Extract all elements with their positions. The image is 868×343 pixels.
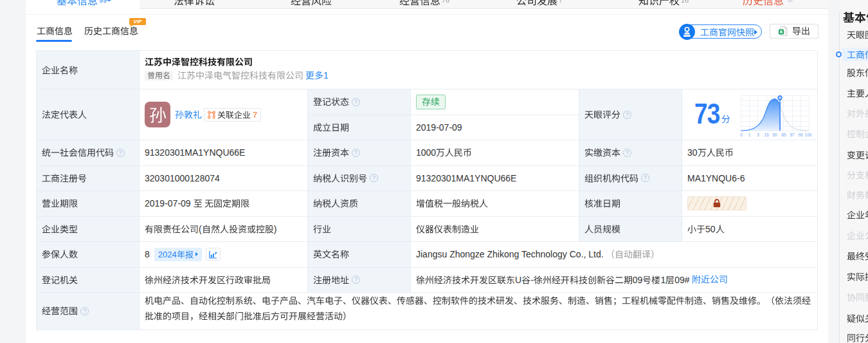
svg-text:50: 50	[772, 133, 777, 137]
svg-text:15: 15	[764, 133, 769, 137]
svg-text:97: 97	[790, 133, 795, 137]
svg-text:99: 99	[798, 133, 803, 137]
svg-text:85: 85	[781, 133, 786, 137]
svg-text:0: 0	[740, 133, 743, 137]
svg-text:100: 100	[805, 133, 812, 137]
svg-text:1: 1	[748, 133, 751, 137]
svg-text:3: 3	[757, 133, 759, 137]
